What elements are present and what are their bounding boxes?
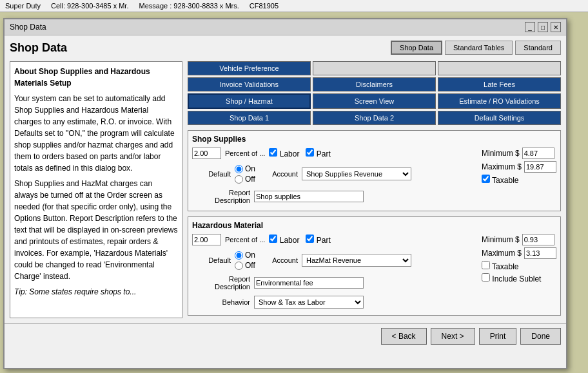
hm-behavior-select[interactable]: Show & Tax as Labor Show & Tax as Part D… [254,296,364,309]
hm-on-radio-label[interactable]: On [235,251,255,260]
shop-data-tab-button[interactable]: Shop Data [391,41,442,55]
top-col3: Message : 928-300-8833 x Mrs. [136,1,241,10]
hm-default-row: Default On Off [192,251,476,270]
top-col4: CF81905 [247,1,281,10]
left-panel-p3: Tip: Some states require shops to... [14,286,178,298]
ss-percent-label: Percent of ... [225,149,265,157]
bottom-bar: < Back Next > Print Done [5,323,566,349]
ss-labor-checkbox[interactable] [269,148,277,157]
hm-sublet-row: Include Sublet [482,273,556,283]
ss-default-label: Default [192,170,231,178]
hm-taxable-checkbox[interactable] [482,261,490,269]
shop-data-dialog: Shop Data _ □ ✕ Shop Data Shop Data Stan… [3,18,567,369]
hm-max-input[interactable] [524,247,556,259]
left-panel-heading: About Shop Supplies and Hazardous Materi… [14,66,178,89]
ss-report-input[interactable] [254,191,364,202]
vehicle-preference-button[interactable]: Vehicle Preference [188,61,311,75]
left-panel: About Shop Supplies and Hazardous Materi… [10,61,182,318]
dialog-window-title: Shop Data [10,23,46,32]
next-button[interactable]: Next > [431,328,475,345]
ss-account-select[interactable]: Shop Supplies Revenue HazMat Revenue [302,167,411,180]
main-area: About Shop Supplies and Hazardous Materi… [10,61,561,318]
titlebar-buttons: _ □ ✕ [525,22,561,32]
ss-default-group: On Off [235,164,255,184]
hm-taxable-label[interactable]: Taxable [482,261,519,271]
shop-supplies-title: Shop Supplies [192,135,556,144]
ss-on-radio-label[interactable]: On [235,164,255,173]
dialog-content: Shop Data Shop Data Standard Tables Stan… [5,35,566,323]
ss-off-radio-label[interactable]: Off [235,175,255,184]
screen-view-button[interactable]: Screen View [313,93,436,109]
ss-min-input[interactable] [522,148,554,159]
hm-labor-checkbox[interactable] [269,234,277,243]
ss-percent-row: Percent of ... Labor Part [192,148,476,159]
hm-sublet-checkbox[interactable] [482,273,490,282]
hazmat-form: Percent of ... Labor Part [192,234,476,311]
hazmat-section: Hazardous Material Percent of ... La [188,216,561,316]
hm-labor-label[interactable]: Labor [269,234,299,245]
ss-labor-label[interactable]: Labor [269,148,299,158]
blank-nav-1 [313,61,436,75]
late-fees-button[interactable]: Late Fees [438,77,561,91]
minimize-button[interactable]: _ [525,22,535,32]
hm-on-radio[interactable] [235,251,243,260]
ss-report-row: ReportDescription [192,189,476,204]
shop-supplies-row: Percent of ... Labor Part [192,148,556,207]
hm-min-row: Minimum $ [482,234,556,245]
hm-account-select[interactable]: HazMat Revenue Shop Supplies Revenue [302,254,411,267]
shop-supplies-section: Shop Supplies Percent of ... [188,130,561,211]
done-button[interactable]: Done [520,328,561,345]
restore-button[interactable]: □ [538,22,548,32]
ss-max-input[interactable] [524,161,556,173]
hm-max-label: Maximum $ [482,249,522,258]
hm-checkbox-group: Labor Part [269,234,330,245]
hm-percent-input[interactable] [192,234,221,245]
header-buttons: Shop Data Standard Tables Standard [391,41,561,55]
dialog-header: Shop Data Shop Data Standard Tables Stan… [10,41,561,55]
ss-min-max-group: Minimum $ Maximum $ Taxable [482,148,556,185]
left-panel-p2: Shop Supplies and HazMat charges can alw… [14,178,178,282]
print-button[interactable]: Print [479,328,517,345]
hm-off-radio-label[interactable]: Off [235,261,255,270]
hm-report-row: ReportDescription [192,275,476,291]
ss-on-radio[interactable] [235,165,243,173]
default-settings-button[interactable]: Default Settings [438,111,561,125]
shop-data-1-button[interactable]: Shop Data 1 [188,111,311,125]
top-bar: Super Duty Cell: 928-300-3485 x Mr. Mess… [0,0,588,12]
ss-default-row: Default On Off [192,164,476,184]
ss-taxable-checkbox[interactable] [482,175,490,183]
ss-off-radio[interactable] [235,175,243,184]
disclaimers-button[interactable]: Disclaimers [313,77,436,91]
shop-hazmat-button[interactable]: Shop / Hazmat [188,93,311,109]
ss-report-label: ReportDescription [192,189,250,204]
blank-nav-2 [438,61,561,75]
hm-sublet-label[interactable]: Include Sublet [482,273,541,283]
dialog-title: Shop Data [10,41,67,55]
ss-min-label: Minimum $ [482,149,520,158]
nav-grid: Vehicle Preference Invoice Validations D… [188,61,561,125]
ss-taxable-label[interactable]: Taxable [482,175,519,185]
estimate-ro-button[interactable]: Estimate / RO Validations [438,93,561,109]
top-col1: Super Duty [3,1,43,10]
ss-min-row: Minimum $ [482,148,556,159]
shop-data-2-button[interactable]: Shop Data 2 [313,111,436,125]
ss-part-checkbox[interactable] [306,148,314,157]
hm-default-group: On Off [235,251,255,270]
hm-off-radio[interactable] [235,262,243,270]
hm-taxable-row: Taxable [482,261,556,271]
hm-max-row: Maximum $ [482,247,556,259]
back-button[interactable]: < Back [381,328,427,345]
hm-min-input[interactable] [522,234,554,245]
hazmat-row: Percent of ... Labor Part [192,234,556,311]
hm-report-input[interactable] [254,277,364,289]
invoice-validations-button[interactable]: Invoice Validations [188,77,311,91]
standard-tab-button[interactable]: Standard [515,41,561,55]
hm-part-checkbox[interactable] [306,234,314,243]
hm-min-label: Minimum $ [482,235,520,244]
standard-tables-tab-button[interactable]: Standard Tables [445,41,513,55]
ss-part-label[interactable]: Part [306,148,330,158]
hm-part-label[interactable]: Part [306,234,330,245]
close-button[interactable]: ✕ [551,22,561,32]
hm-percent-row: Percent of ... Labor Part [192,234,476,245]
ss-percent-input[interactable] [192,148,221,159]
